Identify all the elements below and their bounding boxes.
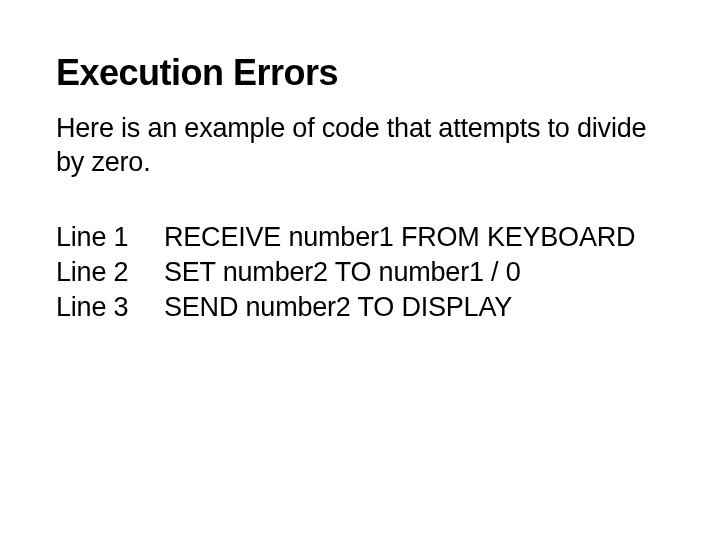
slide-intro: Here is an example of code that attempts… xyxy=(56,112,670,180)
code-line: Line 2 SET number2 TO number1 / 0 xyxy=(56,255,670,290)
line-label: Line 3 xyxy=(56,290,164,325)
slide-title: Execution Errors xyxy=(56,52,670,94)
line-label: Line 2 xyxy=(56,255,164,290)
code-line: Line 1 RECEIVE number1 FROM KEYBOARD xyxy=(56,220,670,255)
line-code: SEND number2 TO DISPLAY xyxy=(164,290,670,325)
code-line: Line 3 SEND number2 TO DISPLAY xyxy=(56,290,670,325)
line-label: Line 1 xyxy=(56,220,164,255)
line-code: SET number2 TO number1 / 0 xyxy=(164,255,670,290)
code-block: Line 1 RECEIVE number1 FROM KEYBOARD Lin… xyxy=(56,220,670,325)
line-code: RECEIVE number1 FROM KEYBOARD xyxy=(164,220,670,255)
